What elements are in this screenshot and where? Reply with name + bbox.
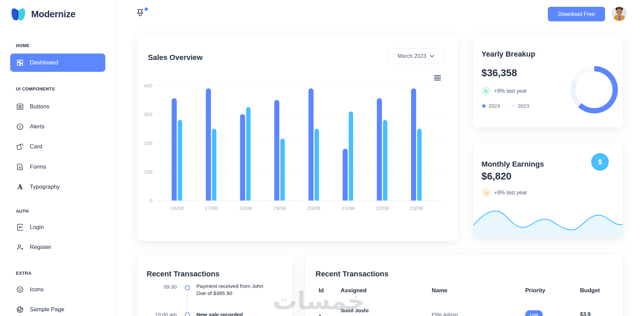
chart-menu-icon[interactable] xyxy=(434,75,441,81)
x-axis-tick-mark xyxy=(297,201,297,203)
column-header-assigned[interactable]: Assigned xyxy=(341,287,432,294)
recent-transactions-table-card: Recent Transactions Id Assigned Name Pri… xyxy=(305,255,623,316)
notifications-button[interactable] xyxy=(135,7,149,21)
monthly-amount: $6,820 xyxy=(481,171,512,182)
table-header-row: Id Assigned Name Priority Budget xyxy=(319,287,614,294)
bar-earnings-23/08[interactable] xyxy=(411,88,416,201)
sidebar: Modernize HOME Dashboard UI COMPONENTS B… xyxy=(0,0,116,316)
bell-icon xyxy=(135,7,145,17)
buttons-icon xyxy=(16,103,24,111)
x-axis-tick-mark xyxy=(434,201,434,203)
y-axis-tick-label: 400 xyxy=(138,83,152,88)
earnings-area-sparkline xyxy=(473,208,623,237)
sidebar-item-register[interactable]: Register xyxy=(10,240,105,254)
x-axis-tick-label: 17/08 xyxy=(194,205,228,211)
smiley-icon xyxy=(16,286,24,294)
bar-earnings-21/08[interactable] xyxy=(343,149,348,201)
recent-transactions-table-title: Recent Transactions xyxy=(316,270,388,278)
bar-earnings-17/08[interactable] xyxy=(206,88,211,201)
modernize-logo-icon xyxy=(10,7,26,22)
sidebar-item-card[interactable]: Card xyxy=(10,140,105,153)
bar-earnings-22/08[interactable] xyxy=(377,98,382,201)
sidebar-item-label: Login xyxy=(30,224,44,231)
sidebar-item-label: Forms xyxy=(30,164,46,170)
section-label-ui-components: UI COMPONENTS xyxy=(16,86,55,91)
yearly-amount: $36,358 xyxy=(481,67,517,79)
login-icon xyxy=(16,223,24,231)
bar-earnings-20/08[interactable] xyxy=(308,88,314,201)
sidebar-item-icons[interactable]: Icons xyxy=(10,283,105,296)
legend-item: 2023 xyxy=(511,103,529,109)
bar-expense-23/08[interactable] xyxy=(417,129,422,201)
x-axis-tick-mark xyxy=(160,201,160,203)
sidebar-item-forms[interactable]: Forms xyxy=(10,160,105,174)
x-axis-tick-label: 20/08 xyxy=(297,205,331,211)
dashboard-grid-icon xyxy=(16,59,24,67)
column-header-priority[interactable]: Priority xyxy=(525,287,580,294)
sales-overview-card: Sales Overview March 2023 01002003004001… xyxy=(137,35,457,241)
cell-id: 1 xyxy=(319,306,341,316)
sidebar-item-alerts[interactable]: Alerts xyxy=(10,120,105,133)
section-label-extra: EXTRA xyxy=(16,271,31,276)
sidebar-item-label: Buttons xyxy=(30,103,49,110)
legend-label: 2023 xyxy=(489,103,500,109)
column-header-id[interactable]: Id xyxy=(319,287,341,294)
timeline-dot xyxy=(185,312,190,316)
gridline xyxy=(156,85,444,85)
yearly-delta-row: ↖ +9% last year xyxy=(481,86,527,96)
bar-earnings-16/08[interactable] xyxy=(172,98,177,201)
column-header-name[interactable]: Name xyxy=(432,287,525,294)
sidebar-item-label: Icons xyxy=(30,286,44,293)
sidebar-item-label: Dashboard xyxy=(30,59,58,66)
bar-expense-18/08[interactable] xyxy=(246,107,251,201)
column-header-budget[interactable]: Budget xyxy=(580,287,614,294)
bar-expense-20/08[interactable] xyxy=(315,129,319,201)
monthly-earnings-title: Monthly Earnings xyxy=(481,160,544,169)
sidebar-item-typography[interactable]: A Typography xyxy=(10,180,105,194)
avatar-face xyxy=(616,8,622,15)
recent-transactions-title: Recent Transactions xyxy=(147,270,219,278)
monthly-earnings-card: Monthly Earnings $ $6,820 ↘ +9% last yea… xyxy=(473,143,623,237)
section-label-auth: AUTH xyxy=(16,209,29,214)
sidebar-item-buttons[interactable]: Buttons xyxy=(10,100,105,113)
y-axis-tick-label: 300 xyxy=(138,111,152,117)
period-selector-dropdown[interactable]: March 2023 xyxy=(387,48,445,64)
yearly-delta-text: +9% last year xyxy=(494,88,527,94)
table-row[interactable]: 1 Sunil Joshi Elite Admin Low $3.9 xyxy=(319,306,614,316)
user-avatar[interactable] xyxy=(612,6,627,21)
cards-icon xyxy=(16,143,24,151)
yearly-donut-chart[interactable] xyxy=(571,66,618,113)
sidebar-item-login[interactable]: Login xyxy=(10,220,105,234)
sidebar-item-label: Alerts xyxy=(30,123,44,130)
x-axis-tick-mark xyxy=(331,201,331,203)
bar-expense-16/08[interactable] xyxy=(178,120,182,201)
logo[interactable]: Modernize xyxy=(10,7,76,22)
sales-overview-title: Sales Overview xyxy=(148,53,202,62)
transaction-time: 09:30 xyxy=(147,284,177,290)
bar-earnings-18/08[interactable] xyxy=(240,114,245,201)
form-file-icon xyxy=(16,163,24,171)
bar-expense-17/08[interactable] xyxy=(212,129,216,201)
dollar-icon[interactable]: $ xyxy=(591,153,609,171)
period-selector-value: March 2023 xyxy=(398,53,426,59)
yearly-breakup-card: Yearly Breakup $36,358 ↖ +9% last year 2… xyxy=(473,35,623,127)
arrow-down-right-icon: ↘ xyxy=(481,188,491,197)
download-free-button[interactable]: Download Free xyxy=(548,7,605,21)
bar-expense-21/08[interactable] xyxy=(349,111,353,201)
bar-expense-22/08[interactable] xyxy=(383,120,387,201)
sales-bar-plot: 010020030040016/0817/0818/0819/0820/0821… xyxy=(156,86,444,201)
priority-badge: Low xyxy=(525,310,543,316)
sidebar-item-dashboard[interactable]: Dashboard xyxy=(10,54,105,72)
transaction-text: New sale recorded xyxy=(196,311,274,316)
modernize-dashboard-app: Modernize HOME Dashboard UI COMPONENTS B… xyxy=(0,0,644,316)
x-axis-tick-label: 16/08 xyxy=(160,205,194,211)
notification-dot xyxy=(145,7,148,11)
bar-earnings-19/08[interactable] xyxy=(274,100,279,201)
monthly-delta-text: +9% last year xyxy=(494,190,527,196)
timeline-connector xyxy=(187,292,188,310)
x-axis-tick-label: 19/08 xyxy=(263,205,297,211)
sidebar-item-sample-page[interactable]: Sample Page xyxy=(10,303,105,316)
bar-expense-19/08[interactable] xyxy=(280,139,285,201)
x-axis-tick-mark xyxy=(263,201,263,203)
x-axis-tick-label: 22/08 xyxy=(365,205,399,211)
